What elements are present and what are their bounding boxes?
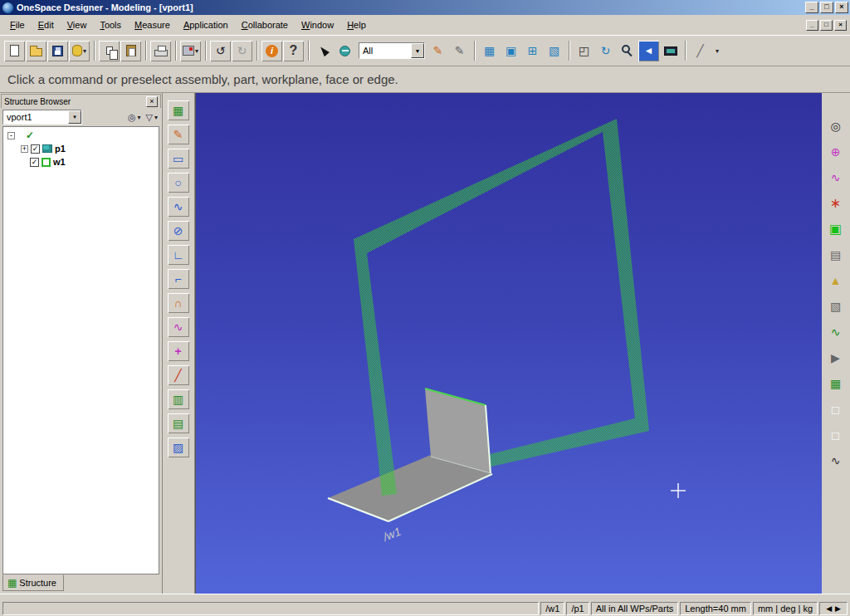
note-tool-button[interactable]: ◻ <box>825 399 847 419</box>
selection-filter-combo[interactable]: All ▼ <box>359 42 425 59</box>
p1-expand-toggle[interactable]: + <box>21 145 28 153</box>
mdi-minimize-button[interactable]: _ <box>806 20 818 31</box>
help-button[interactable]: ? <box>283 41 304 61</box>
tree-row-w1[interactable]: ✓ w1 <box>3 155 159 169</box>
nav-right-icon[interactable]: ▶ <box>835 604 841 613</box>
mesh-tool-button[interactable]: ▦ <box>825 374 847 394</box>
trim-tool-button[interactable]: ⌐ <box>168 269 189 289</box>
paste-button[interactable] <box>120 41 141 61</box>
spline-tool-button[interactable]: ∿ <box>168 197 189 217</box>
p1-checkbox[interactable]: ✓ <box>31 144 40 154</box>
rotate-view-button[interactable]: ↻ <box>595 41 616 61</box>
open-button[interactable] <box>26 41 46 61</box>
hatch-tool-button[interactable]: ▨ <box>168 438 189 457</box>
select-button[interactable] <box>313 41 334 61</box>
session-button[interactable] <box>335 41 355 61</box>
menu-tools[interactable]: Tools <box>93 17 128 32</box>
sketch3d-tool-button[interactable]: ∿ <box>825 451 847 471</box>
point-tool-button[interactable]: + <box>168 341 189 361</box>
menu-measure[interactable]: Measure <box>128 17 177 32</box>
filter-dropdown-icon[interactable]: ▾ <box>154 114 158 121</box>
w1-checkbox[interactable]: ✓ <box>30 158 39 167</box>
tree-root-row[interactable]: - ✓ <box>3 129 159 142</box>
cylinder-tool-button[interactable]: ◎ <box>825 116 847 136</box>
annotation-pencil-button[interactable]: ✎ <box>449 41 470 61</box>
find-dropdown-icon[interactable]: ▾ <box>138 114 141 121</box>
menu-window[interactable]: Window <box>295 17 340 32</box>
stack-tool-button[interactable]: ▤ <box>825 245 847 265</box>
selection-filter-dropdown-button[interactable]: ▼ <box>411 43 424 58</box>
database-dropdown-icon[interactable]: ▾ <box>83 47 86 55</box>
filter-button[interactable]: ▽ ▾ <box>144 110 159 125</box>
redo-button[interactable]: ↻ <box>232 41 252 61</box>
status-units-field[interactable]: mm | deg | kg <box>753 602 818 615</box>
viewport-canvas[interactable]: /w1 <box>196 93 823 594</box>
undo-button[interactable]: ↺ <box>210 41 231 61</box>
curve3d-tool-button[interactable]: ∿ <box>825 168 847 188</box>
info-button[interactable]: i <box>261 41 282 61</box>
menu-file[interactable]: File <box>3 17 32 32</box>
save-button[interactable] <box>47 41 68 61</box>
new-document-button[interactable] <box>4 41 25 61</box>
close-button[interactable]: × <box>835 2 848 13</box>
revolve-tool-button[interactable]: ▤ <box>168 413 189 433</box>
sketch-tool-button[interactable]: ✎ <box>168 125 189 144</box>
root-node-dropdown-button[interactable]: ▾ <box>68 110 81 124</box>
viewport[interactable]: /w1 <box>195 93 822 594</box>
print-button[interactable] <box>150 41 171 61</box>
cone-tool-button[interactable]: ▲ <box>825 271 847 291</box>
menu-view[interactable]: View <box>61 17 94 32</box>
circle-tool-button[interactable]: ○ <box>168 173 189 193</box>
root-node-combo[interactable]: vport1 ▾ <box>2 110 82 125</box>
axis-tool-button[interactable]: ⊕ <box>825 142 847 162</box>
arc-tool-button[interactable]: ∩ <box>168 293 189 313</box>
status-part-field[interactable]: /p1 <box>566 602 589 615</box>
nav-left-icon[interactable]: ◀ <box>826 604 832 613</box>
minimize-button[interactable]: _ <box>805 2 818 13</box>
ellipse-tool-button[interactable]: ⊘ <box>168 221 189 241</box>
root-collapse-toggle[interactable]: - <box>7 132 15 139</box>
p1-label[interactable]: p1 <box>55 144 66 154</box>
viewport-grid-button[interactable]: ▦ <box>479 41 500 61</box>
curve-tool-button[interactable]: ∿ <box>168 317 189 337</box>
mdi-restore-button[interactable]: □ <box>820 20 833 31</box>
solid-tool-button[interactable]: ▧ <box>825 296 847 316</box>
view-triad-button[interactable]: ⊞ <box>522 41 543 61</box>
pointer-tool-button[interactable]: ▶ <box>825 348 847 368</box>
extrude-tool-button[interactable]: ▥ <box>168 389 189 409</box>
rectangle-tool-button[interactable]: ▭ <box>168 149 189 169</box>
menu-edit[interactable]: Edit <box>32 17 61 32</box>
database-button[interactable]: ▾ <box>69 41 90 61</box>
active-workplane-button[interactable]: ▣ <box>825 219 847 239</box>
menu-collaborate[interactable]: Collaborate <box>235 17 295 32</box>
shaded-view-button[interactable]: ▧ <box>544 41 564 61</box>
copy-button[interactable] <box>99 41 120 61</box>
structure-tool-button[interactable]: ▦ <box>168 100 189 120</box>
maximize-button[interactable]: □ <box>820 2 833 13</box>
tab-structure[interactable]: ▦ Structure <box>2 574 64 591</box>
screen-capture-button[interactable] <box>660 41 681 61</box>
tree-row-p1[interactable]: + ✓ p1 <box>3 142 159 155</box>
measure-line-button[interactable]: ╱ <box>690 41 711 61</box>
find-button[interactable]: ◎ ▾ <box>126 110 143 125</box>
datum-tool-button[interactable]: ∗ <box>825 193 847 213</box>
status-workplane-field[interactable]: /w1 <box>540 602 564 615</box>
back-view-button[interactable]: ◄ <box>638 41 659 61</box>
workplane-frame[interactable] <box>354 119 649 491</box>
select-window-button[interactable]: ◰ <box>574 41 594 61</box>
status-scope-field[interactable]: All in All WPs/Parts <box>591 602 679 615</box>
mdi-close-button[interactable]: × <box>834 20 847 31</box>
structure-browser-close-button[interactable]: × <box>146 96 158 107</box>
model-settings-button[interactable]: ▾ <box>180 41 201 61</box>
line-tool-button[interactable]: ╱ <box>168 365 189 385</box>
w1-label[interactable]: w1 <box>53 157 66 167</box>
zoom-in-button[interactable] <box>617 41 638 61</box>
model-settings-dropdown-icon[interactable]: ▾ <box>195 47 198 55</box>
menu-application[interactable]: Application <box>177 17 235 32</box>
label-tool-button[interactable]: ◻ <box>825 425 847 445</box>
wave-tool-button[interactable]: ∿ <box>825 322 847 342</box>
zoom-window-button[interactable]: ▣ <box>501 41 521 61</box>
toolbar-overflow-button[interactable]: ▾ <box>711 41 722 61</box>
menu-help[interactable]: Help <box>340 17 373 32</box>
corner-tool-button[interactable]: ∟ <box>168 245 189 265</box>
